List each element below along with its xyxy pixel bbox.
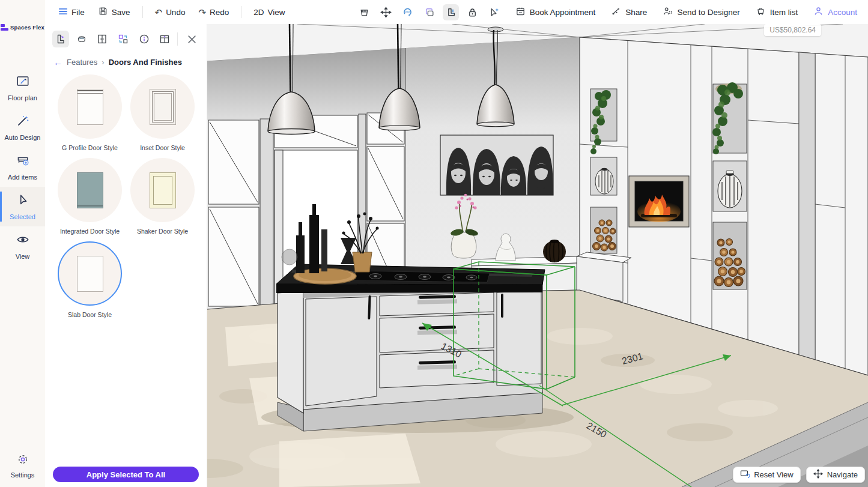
g-profile-door-graphic — [77, 89, 103, 125]
left-rail: Spaces Flex Floor plan Auto Design Add i… — [0, 0, 45, 487]
book-appointment-button[interactable]: Book Appointment — [511, 3, 601, 21]
send-to-designer-label: Send to Designer — [677, 8, 739, 17]
sidebar-item-view[interactable]: View — [0, 226, 45, 266]
tile-slab-door[interactable]: Slab Door Style — [53, 241, 126, 318]
door-style-grid: G Profile Door Style Inset Door Style In… — [45, 70, 207, 325]
reset-view-icon — [740, 469, 750, 480]
add-items-icon — [16, 153, 30, 170]
worktop-tab[interactable] — [156, 31, 173, 47]
designer-person-icon — [663, 6, 673, 18]
brand-logo-icon — [1, 24, 8, 31]
duplicate-tool[interactable] — [421, 4, 437, 20]
navigate-icon — [813, 469, 823, 480]
sidebar-item-label: Auto Design — [5, 134, 41, 141]
app-window: Spaces Flex Floor plan Auto Design Add i… — [0, 0, 868, 487]
topbar-right: Book Appointment Share Send to Designer — [511, 3, 868, 21]
tile-label: Shaker Door Style — [137, 228, 188, 235]
tile-label: G Profile Door Style — [62, 144, 118, 151]
settings-label: Settings — [11, 471, 35, 479]
sidebar-item-selected[interactable]: Selected — [0, 187, 45, 226]
tile-label: Inset Door Style — [140, 144, 185, 151]
tile-g-profile-door[interactable]: G Profile Door Style — [53, 74, 126, 151]
tile-circle — [58, 158, 122, 222]
render-canvas[interactable]: 1310 2301 2150 US$50,802.64 Reset View — [207, 24, 868, 487]
reset-view-button[interactable]: Reset View — [733, 467, 801, 483]
material-bucket-tool[interactable] — [356, 4, 372, 20]
shaker-door-graphic — [150, 172, 176, 208]
account-label: Account — [828, 8, 857, 17]
file-menu-label: File — [71, 8, 85, 17]
tile-integrated-door[interactable]: Integrated Door Style — [53, 158, 126, 235]
sidebar-item-add-items[interactable]: Add items — [0, 147, 45, 187]
view-mode-button[interactable]: 2D View — [249, 5, 290, 20]
sidebar-item-floor-plan[interactable]: Floor plan — [0, 68, 45, 107]
share-button[interactable]: Share — [606, 3, 652, 21]
move-tool[interactable] — [378, 4, 394, 20]
breadcrumb: ← Features › Doors And Finishes — [45, 50, 207, 70]
back-arrow-icon[interactable]: ← — [53, 57, 62, 67]
sink-tab[interactable] — [73, 31, 90, 47]
toolbar-divider — [142, 6, 143, 18]
tile-circle — [58, 74, 122, 139]
door-styles-tab[interactable] — [52, 31, 69, 47]
save-label: Save — [112, 8, 130, 17]
account-button[interactable]: Account — [809, 3, 862, 21]
undo-label: Undo — [166, 8, 185, 17]
sidebar-item-settings[interactable]: Settings — [0, 453, 45, 479]
wall-elevation-tool[interactable] — [443, 4, 459, 20]
select-add-tool[interactable] — [486, 4, 502, 20]
canvas-toolbar: 360° — [356, 0, 502, 24]
topbar: File Save ↶ Undo ↷ Redo — [45, 0, 868, 24]
sidebar-item-auto-design[interactable]: Auto Design — [0, 107, 45, 147]
fireplace — [629, 176, 689, 227]
panel-icon-row — [45, 24, 207, 50]
magic-wand-icon — [16, 113, 30, 130]
view-controls: Reset View Navigate — [733, 467, 865, 483]
send-to-designer-button[interactable]: Send to Designer — [658, 3, 744, 21]
striped-vase-small — [595, 168, 613, 194]
sidebar-item-label: Selected — [10, 213, 35, 220]
panel-divider — [177, 32, 178, 46]
undo-button[interactable]: ↶ Undo — [150, 5, 190, 20]
swap-tab[interactable] — [115, 31, 132, 47]
rotate-360-tool[interactable]: 360° — [399, 4, 416, 20]
topbar-left: File Save ↶ Undo ↷ Redo — [45, 3, 290, 21]
eye-icon — [16, 232, 30, 249]
lock-tool[interactable] — [464, 4, 481, 20]
brand-name: Spaces Flex — [10, 24, 44, 31]
close-panel-button[interactable] — [184, 31, 199, 47]
calendar-icon — [515, 6, 526, 18]
view-mode-label: View — [268, 8, 285, 17]
tile-inset-door[interactable]: Inset Door Style — [126, 74, 199, 151]
tile-shaker-door[interactable]: Shaker Door Style — [126, 158, 199, 235]
inset-door-graphic — [150, 89, 176, 125]
navigate-button[interactable]: Navigate — [806, 467, 865, 483]
tile-label: Slab Door Style — [68, 311, 112, 318]
redo-button[interactable]: ↷ Redo — [193, 5, 234, 20]
main-menu-button[interactable]: File — [53, 4, 90, 20]
save-button[interactable]: Save — [93, 3, 135, 21]
breadcrumb-features[interactable]: Features — [67, 58, 97, 67]
rail-nav: Floor plan Auto Design Add items Selecte… — [0, 68, 45, 266]
save-icon — [98, 6, 108, 18]
slab-door-graphic — [77, 256, 103, 292]
redo-icon: ↷ — [198, 8, 206, 17]
cabinet-tab[interactable] — [94, 31, 111, 47]
doors-panel: ← Features › Doors And Finishes G Profil… — [45, 24, 207, 487]
view-mode-value: 2D — [253, 8, 264, 17]
apply-selected-to-all-button[interactable]: Apply Selected To All — [53, 467, 199, 482]
item-list-button[interactable]: Item list — [751, 3, 803, 21]
gear-icon — [16, 453, 29, 468]
book-appointment-label: Book Appointment — [530, 8, 596, 17]
sidebar-item-label: View — [16, 253, 30, 260]
info-tab[interactable] — [136, 31, 153, 47]
tile-circle — [130, 158, 195, 222]
reset-view-label: Reset View — [754, 470, 794, 479]
undo-icon: ↶ — [155, 8, 163, 17]
chevron-right-icon: › — [102, 58, 104, 67]
redo-label: Redo — [210, 8, 229, 17]
cart-icon — [756, 6, 766, 18]
toolbar-divider — [241, 6, 241, 18]
sidebar-item-label: Floor plan — [8, 94, 37, 101]
wall-art-poster — [440, 135, 553, 195]
